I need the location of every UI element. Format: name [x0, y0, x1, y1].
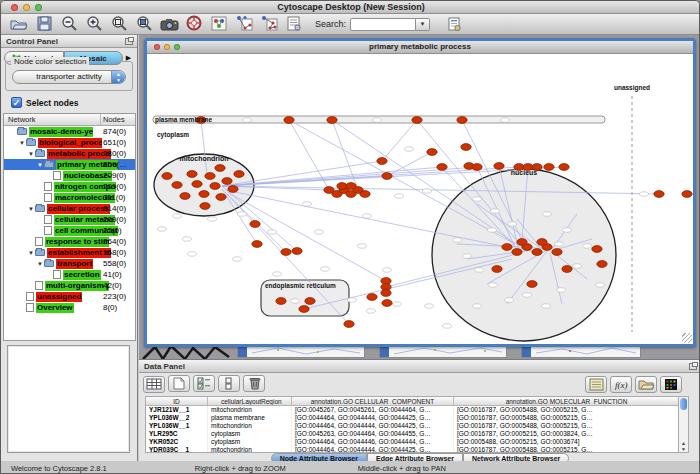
expand-arrow-icon[interactable]: ▼ [36, 162, 44, 168]
search-input[interactable] [350, 18, 416, 31]
network-node[interactable] [187, 171, 197, 178]
tree-column-nodes[interactable]: Nodes [101, 114, 135, 125]
help-icon[interactable] [182, 14, 206, 32]
expand-arrow-icon[interactable]: ▼ [36, 261, 44, 267]
network-node[interactable] [305, 298, 315, 305]
network-node[interactable] [457, 117, 467, 124]
table-row[interactable]: YLR295Ccytoplasm[GO:0045263, GO:0044464,… [146, 430, 680, 438]
network-node[interactable] [344, 321, 354, 328]
network-node[interactable] [562, 266, 572, 273]
network-node[interactable] [412, 117, 422, 124]
network-node[interactable] [180, 193, 190, 200]
network-canvas[interactable]: plasma membranecytoplasmmitochondrionnuc… [147, 54, 693, 344]
search-dropdown-button[interactable]: ▼ [416, 18, 430, 31]
network-node[interactable] [472, 164, 482, 171]
function-builder-icon[interactable]: f(x) [610, 376, 632, 393]
network-node[interactable] [597, 261, 607, 268]
network-node[interactable] [552, 249, 562, 256]
annotation-icon[interactable] [282, 14, 306, 32]
network-node[interactable] [382, 173, 392, 180]
table-row[interactable]: YDR039C__1mitochondrion[GO:0044464, GO:0… [146, 446, 680, 453]
tree-row[interactable]: ▼biological_process651(0) [4, 137, 135, 148]
table-row[interactable]: YPL036W__1mitochondrion[GO:0044464, GO:0… [146, 422, 680, 430]
column-grid-icon[interactable] [143, 376, 165, 393]
network-node[interactable] [216, 194, 226, 201]
attribute-table[interactable]: ID_cellularLayoutRegionannotation.GO CEL… [145, 396, 681, 453]
network-node[interactable] [382, 300, 392, 307]
new-attribute-icon[interactable] [168, 375, 190, 392]
network-node[interactable] [517, 239, 527, 246]
network-graph[interactable]: plasma membranecytoplasmmitochondrionnuc… [147, 54, 693, 344]
tree-row[interactable]: macromolecule311(0) [4, 192, 135, 203]
network-node[interactable] [537, 239, 547, 246]
network-node[interactable] [172, 182, 182, 189]
network-node[interactable] [654, 191, 664, 198]
network-node[interactable] [360, 191, 370, 198]
snapshot-icon[interactable] [157, 15, 181, 33]
expand-arrow-icon[interactable]: ▼ [18, 140, 26, 146]
network-node[interactable] [527, 281, 537, 288]
tree-row[interactable]: ▼primary metabo209(… [4, 159, 135, 170]
tree-row[interactable]: cellular metabo209(0) [4, 214, 135, 225]
table-row[interactable]: YPL036W__2plasma membrane[GO:0044464, GO… [146, 414, 680, 422]
network-node[interactable] [427, 149, 437, 156]
tree-row[interactable]: Overview8(0) [4, 302, 135, 313]
network-node[interactable] [461, 144, 471, 151]
table-column-header[interactable]: annotation.GO MOLECULAR_FUNCTION [454, 397, 680, 405]
expand-arrow-icon[interactable]: ▼ [27, 206, 35, 212]
network-node[interactable] [162, 173, 172, 180]
network-node[interactable] [327, 117, 337, 124]
zoom-selected-icon[interactable] [132, 14, 156, 32]
window-resize-grip[interactable] [682, 333, 692, 343]
network-node[interactable] [544, 164, 554, 171]
unselect-attributes-icon[interactable] [218, 375, 240, 392]
network-node[interactable] [494, 163, 504, 170]
network-node[interactable] [200, 203, 210, 210]
open-icon[interactable] [7, 15, 31, 33]
network-node[interactable] [284, 117, 294, 124]
attribute-editor-icon[interactable] [585, 376, 607, 393]
network-node[interactable] [210, 183, 220, 190]
network-node[interactable] [199, 191, 209, 198]
table-row[interactable]: YKR052Ccytoplasm[GO:0044464, GO:0044446,… [146, 438, 680, 446]
color-attribute-dropdown[interactable]: transporter activity ▲▼ [12, 70, 126, 84]
network-node[interactable] [367, 294, 377, 301]
network-node[interactable] [215, 165, 225, 172]
select-attributes-icon[interactable] [193, 375, 215, 392]
network-node[interactable] [299, 306, 309, 313]
network-node[interactable] [377, 158, 387, 165]
network-node[interactable] [532, 249, 542, 256]
network-node[interactable] [292, 248, 302, 255]
network-node[interactable] [346, 183, 356, 190]
float-panel-icon[interactable] [125, 38, 133, 45]
tree-row[interactable]: nucleobase-209(0) [4, 170, 135, 181]
save-icon[interactable] [32, 14, 56, 32]
tree-row[interactable]: cell communicat22(0) [4, 225, 135, 236]
network-node[interactable] [502, 244, 512, 251]
zoom-in-icon[interactable] [82, 14, 106, 32]
tree-row[interactable]: mosaic-demo-yeast874(0) [4, 126, 135, 137]
tree-row[interactable]: unassigned223(0) [4, 291, 135, 302]
float-panel-icon[interactable] [689, 363, 697, 370]
scrollbar-arrows[interactable]: ▲▼ [679, 440, 688, 452]
table-scrollbar[interactable]: ▲▼ [678, 396, 689, 453]
tree-column-network[interactable]: Network [4, 114, 101, 125]
network-node[interactable] [437, 164, 447, 171]
expand-arrow-icon[interactable]: ▼ [27, 151, 35, 157]
attribute-table-header[interactable]: ID_cellularLayoutRegionannotation.GO CEL… [146, 397, 680, 406]
nucleus-region[interactable] [432, 169, 616, 341]
delete-attribute-icon[interactable] [243, 375, 265, 392]
network-edge[interactable] [382, 120, 417, 161]
network-node[interactable] [205, 173, 215, 180]
tree-row[interactable]: multi-organism pro42(0) [4, 280, 135, 291]
tree-row[interactable]: response to stimulu264(0) [4, 236, 135, 247]
scrollbar-thumb[interactable] [680, 398, 687, 410]
table-column-header[interactable]: _cellularLayoutRegion [208, 397, 292, 405]
network-node[interactable] [492, 266, 502, 273]
tree-row[interactable]: ▼cellular process614(0) [4, 203, 135, 214]
network-node[interactable] [192, 181, 202, 188]
network-node[interactable] [281, 249, 291, 256]
network-node[interactable] [276, 298, 286, 305]
app-titlebar[interactable]: Cytoscape Desktop (New Session) [1, 1, 700, 14]
network-node[interactable] [252, 241, 262, 248]
